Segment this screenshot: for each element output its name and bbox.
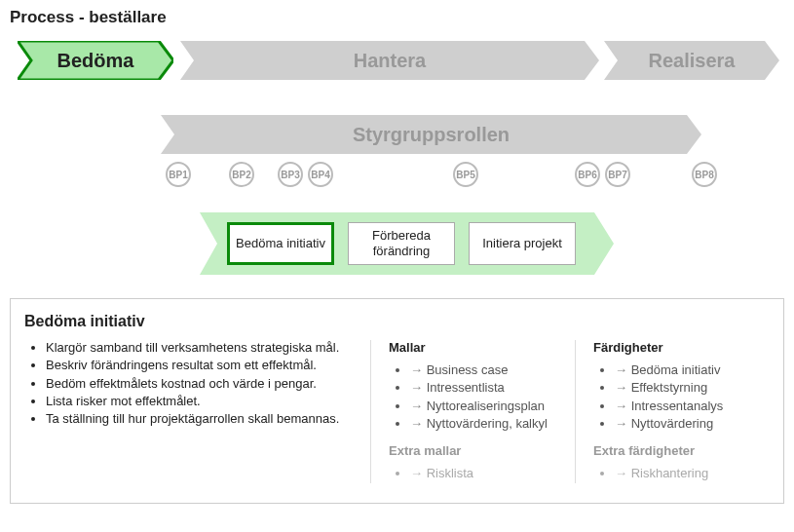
templates-col: Mallar Business case Intressentlista Nyt…: [370, 340, 575, 483]
bp-point[interactable]: BP5: [453, 162, 478, 187]
secondary-role-row: Styrgruppsrollen: [10, 115, 784, 154]
sub-step-initiera[interactable]: Initiera projekt: [469, 222, 576, 265]
phase-label: Hantera: [354, 50, 426, 72]
bp-point[interactable]: BP6: [575, 162, 600, 187]
phase-label: Realisera: [649, 50, 736, 72]
templates-list: Business case Intressentlista Nyttoreali…: [410, 362, 575, 432]
skills-heading: Färdigheter: [593, 340, 764, 355]
skills-list: Bedöma initiativ Effektstyrning Intresse…: [615, 362, 764, 432]
phase-label: Bedöma: [57, 50, 134, 72]
phase-realisera[interactable]: Realisera: [604, 41, 779, 80]
bp-point[interactable]: BP2: [229, 162, 254, 187]
skill-link[interactable]: Effektstyrning: [615, 380, 764, 396]
bullet: Ta ställning till hur projektägarrollen …: [46, 411, 356, 427]
secondary-role-bar[interactable]: Styrgruppsrollen: [161, 115, 701, 154]
secondary-role-label: Styrgruppsrollen: [353, 124, 510, 146]
bullet: Klargör samband till verksamhetens strat…: [46, 340, 356, 356]
detail-bullet-list: Klargör samband till verksamhetens strat…: [46, 340, 356, 427]
bp-row: BP1 BP2 BP3 BP4 BP5 BP6 BP7 BP8: [10, 162, 784, 191]
template-link[interactable]: Nyttovärdering, kalkyl: [410, 416, 575, 432]
sub-step-forbereda[interactable]: Förbereda förändring: [348, 222, 455, 265]
sub-process-arrow: Bedöma initiativ Förbereda förändring In…: [200, 212, 614, 275]
phase-hantera[interactable]: Hantera: [180, 41, 599, 80]
bullet: Bedöm effektmålets kostnad och värde i p…: [46, 376, 356, 392]
detail-panel: Bedöma initiativ Klargör samband till ve…: [10, 298, 784, 504]
phase-bedoma[interactable]: Bedöma: [18, 41, 173, 80]
template-link[interactable]: Business case: [410, 362, 575, 378]
skills-extra-heading: Extra färdigheter: [593, 443, 764, 458]
detail-heading: Bedöma initiativ: [24, 313, 770, 330]
template-link[interactable]: Intressentlista: [410, 380, 575, 396]
templates-extra-heading: Extra mallar: [389, 443, 575, 458]
skill-link[interactable]: Intressentanalys: [615, 399, 764, 414]
phase-chevrons: Bedöma Hantera Realisera: [10, 41, 784, 80]
bp-point[interactable]: BP7: [605, 162, 630, 187]
bp-point[interactable]: BP3: [278, 162, 303, 187]
skill-link[interactable]: Nyttovärdering: [615, 416, 764, 432]
templates-extra-list: Risklista: [410, 466, 575, 481]
skills-extra-list: Riskhantering: [615, 466, 764, 481]
skills-col: Färdigheter Bedöma initiativ Effektstyrn…: [575, 340, 770, 483]
bullet: Lista risker mot effektmålet.: [46, 394, 356, 409]
bullet: Beskriv förändringens resultat som ett e…: [46, 358, 356, 373]
sub-process-row: Bedöma initiativ Förbereda förändring In…: [10, 212, 784, 275]
page-title: Process - beställare: [10, 8, 784, 27]
skill-link[interactable]: Bedöma initiativ: [615, 362, 764, 378]
bp-point[interactable]: BP1: [166, 162, 191, 187]
sub-step-bedoma-initiativ[interactable]: Bedöma initiativ: [227, 222, 334, 265]
template-link[interactable]: Nyttorealiseringsplan: [410, 399, 575, 414]
templates-heading: Mallar: [389, 340, 575, 355]
bp-point[interactable]: BP4: [308, 162, 333, 187]
bp-point[interactable]: BP8: [692, 162, 717, 187]
template-link-extra[interactable]: Risklista: [410, 466, 575, 481]
skill-link-extra[interactable]: Riskhantering: [615, 466, 764, 481]
detail-bullets-col: Klargör samband till verksamhetens strat…: [24, 340, 370, 483]
